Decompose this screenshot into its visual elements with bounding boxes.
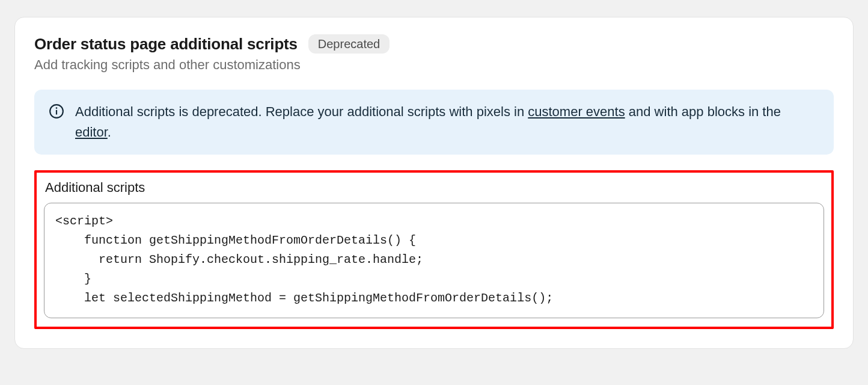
highlighted-field-area: Additional scripts: [34, 170, 834, 329]
section-subtitle: Add tracking scripts and other customiza…: [34, 57, 834, 73]
customer-events-link[interactable]: customer events: [528, 104, 625, 119]
banner-text-1: Additional scripts is deprecated. Replac…: [75, 104, 528, 119]
additional-scripts-textarea[interactable]: [44, 203, 824, 318]
info-banner: Additional scripts is deprecated. Replac…: [34, 90, 834, 155]
section-title: Order status page additional scripts: [34, 35, 298, 54]
info-icon: [49, 103, 64, 119]
banner-text-3: .: [108, 125, 111, 140]
additional-scripts-label: Additional scripts: [45, 180, 824, 196]
banner-text-2: and with app blocks in the: [625, 104, 781, 119]
settings-card: Order status page additional scripts Dep…: [14, 17, 854, 349]
svg-point-2: [56, 107, 58, 109]
info-banner-text: Additional scripts is deprecated. Replac…: [75, 102, 819, 143]
editor-link[interactable]: editor: [75, 125, 108, 140]
section-header: Order status page additional scripts Dep…: [34, 34, 834, 54]
deprecated-badge: Deprecated: [308, 34, 390, 54]
